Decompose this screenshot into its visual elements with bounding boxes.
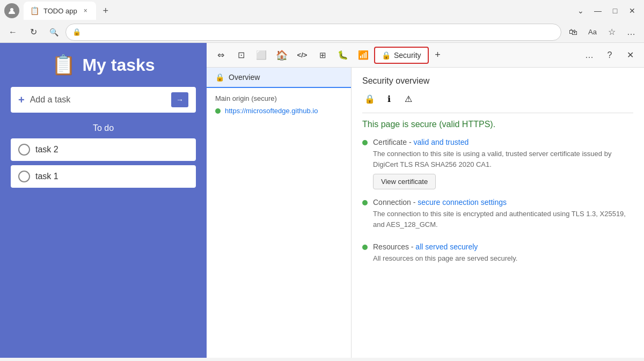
certificate-desc: The connection to this site is using a v… [373,149,633,170]
url-bar[interactable]: 🔒 [65,24,561,41]
certificate-item: Certificate - valid and trusted The conn… [362,138,633,189]
panel-right: Security overview 🔒 ℹ ⚠ This page is sec… [352,68,644,358]
task-item[interactable]: task 1 [11,165,196,188]
devtools-btn-1[interactable]: ⊡ [231,46,251,65]
task-list: task 2 task 1 [11,138,196,188]
overview-lock-icon: 🔒 [215,73,224,82]
resources-header: Resources - all served securely [373,242,633,251]
devtools-toolbar: ⇔ ⊡ ⬜ 🏠 </> ⊞ 🐛 📶 🔒 Security + … ? ✕ [207,43,644,68]
devtools-btn-2[interactable]: ⬜ [252,46,271,65]
refresh-button[interactable]: ↻ [25,24,42,41]
security-tab-icon: 🔒 [382,51,391,60]
task-checkbox-1[interactable] [18,171,30,182]
tab-favicon: 📋 [30,6,39,15]
overview-nav-item[interactable]: 🔒 Overview [207,68,351,88]
task-label-0: task 2 [35,145,58,154]
active-tab[interactable]: 📋 TODO app × [24,2,96,20]
security-warning-icon[interactable]: ⚠ [401,91,416,106]
connection-header-text: Connection - [373,198,415,207]
security-icons-row: 🔒 ℹ ⚠ [362,91,633,113]
security-tab-label: Security [394,51,421,60]
devtools-btn-4[interactable]: </> [292,46,312,65]
resources-desc: All resources on this page are served se… [373,253,633,264]
app-panel: 📋 My tasks + Add a task → To do task 2 t… [0,43,207,358]
devtools-help-button[interactable]: ? [600,46,619,65]
tab-title: TODO app [43,7,77,15]
main-content: 📋 My tasks + Add a task → To do task 2 t… [0,43,644,358]
devtools-panels: 🔒 Overview Main origin (secure) https://… [207,68,644,358]
devtools-btn-5[interactable]: ⊞ [313,46,332,65]
add-task-input[interactable]: Add a task [30,95,166,105]
devtools-right-buttons: … ? ✕ [580,46,640,65]
resources-item: Resources - all served securely All reso… [362,242,633,268]
connection-desc: The connection to this site is encrypted… [373,209,633,230]
certificate-header-link[interactable]: valid and trusted [413,138,469,146]
devtools-btn-7[interactable]: 📶 [354,46,373,65]
lock-icon: 🔒 [72,28,81,36]
maximize-button[interactable]: □ [608,3,623,18]
window-controls: ⌄ — □ ✕ [573,3,640,18]
favorites-button[interactable]: ☆ [603,24,620,41]
read-aloud-button[interactable]: Aa [584,24,601,41]
close-button[interactable]: ✕ [625,3,640,18]
add-task-bar: + Add a task → [11,87,196,113]
more-tools-button[interactable]: … [623,24,640,41]
origin-section: Main origin (secure) https://microsofted… [207,88,351,121]
overview-nav-label: Overview [229,73,260,82]
resources-header-text: Resources - [373,242,413,251]
panel-left: 🔒 Overview Main origin (secure) https://… [207,68,352,358]
task-checkbox-0[interactable] [18,144,30,156]
origin-label: Main origin (secure) [215,94,342,102]
bag-icon[interactable]: 🛍 [565,24,582,41]
app-title: My tasks [82,55,155,75]
certificate-content: Certificate - valid and trusted The conn… [373,138,633,189]
resources-dot [362,245,368,250]
security-tab[interactable]: 🔒 Security [374,47,429,64]
back-button[interactable]: ← [4,24,21,41]
minimize-button[interactable]: — [590,3,605,18]
profile-icon[interactable] [4,3,19,18]
certificate-header: Certificate - valid and trusted [373,138,633,146]
todo-label: To do [93,123,114,133]
add-tab-button[interactable]: + [430,47,446,63]
view-certificate-button[interactable]: View certificate [373,174,436,189]
resources-header-link[interactable]: all served securely [415,242,478,251]
origin-dot [215,108,221,114]
task-item[interactable]: task 2 [11,138,196,161]
app-header: 📋 My tasks [52,54,155,76]
origin-link[interactable]: https://microsoftedge.github.io [225,107,318,115]
certificate-dot [362,140,368,145]
secure-message: This page is secure (valid HTTPS). [362,120,633,129]
connection-item: Connection - secure connection settings … [362,198,633,234]
search-button[interactable]: 🔍 [45,24,62,41]
connection-content: Connection - secure connection settings … [373,198,633,234]
connection-header-link[interactable]: secure connection settings [418,198,507,207]
tab-bar: 📋 TODO app × + [24,2,573,20]
toolbar-right: 🛍 Aa ☆ … [565,24,640,41]
devtools-btn-0[interactable]: ⇔ [211,46,230,65]
devtools-close-button[interactable]: ✕ [620,46,640,65]
resources-content: Resources - all served securely All reso… [373,242,633,268]
address-bar: ← ↻ 🔍 🔒 🛍 Aa ☆ … [0,21,644,43]
security-overview-title: Security overview [362,76,633,86]
devtools-btn-6[interactable]: 🐛 [333,46,353,65]
connection-dot [362,200,368,205]
chevron-down-button[interactable]: ⌄ [573,3,588,18]
new-tab-button[interactable]: + [98,3,113,18]
add-task-plus-icon: + [18,94,25,106]
devtools-btn-3[interactable]: 🏠 [272,46,291,65]
app-icon: 📋 [52,54,76,76]
security-lock-icon[interactable]: 🔒 [362,91,377,106]
security-info-icon[interactable]: ℹ [382,91,397,106]
title-bar: 📋 TODO app × + ⌄ — □ ✕ [0,0,644,21]
tab-close-button[interactable]: × [82,6,90,16]
origin-item: https://microsoftedge.github.io [215,107,342,115]
devtools-more-button[interactable]: … [580,46,599,65]
certificate-header-text: Certificate - [373,138,412,146]
task-label-1: task 1 [35,172,58,181]
add-task-arrow-button[interactable]: → [171,92,188,107]
connection-header: Connection - secure connection settings [373,198,633,207]
